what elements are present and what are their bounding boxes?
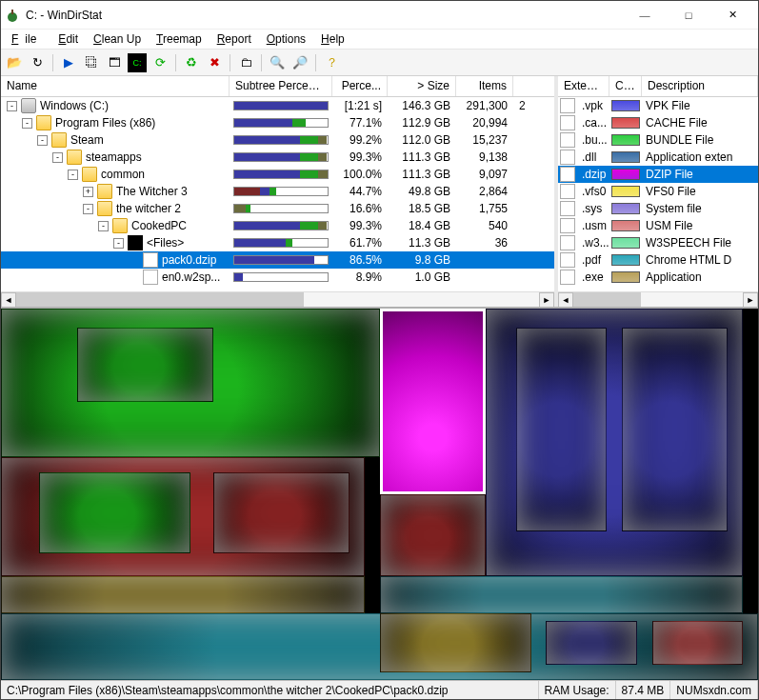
tree-row[interactable]: -<Files>61.7%11.3 GB36 bbox=[1, 234, 554, 251]
ext-body[interactable]: .vpkVPK File.ca...CACHE File.bu...BUNDLE… bbox=[558, 97, 758, 291]
extension-row[interactable]: .dzipDZIP File bbox=[558, 166, 758, 183]
treemap-block[interactable] bbox=[213, 472, 350, 554]
extension-row[interactable]: .dllApplication exten bbox=[558, 149, 758, 166]
scroll-right-icon[interactable]: ► bbox=[539, 292, 554, 308]
scroll-left-icon[interactable]: ◄ bbox=[1, 292, 16, 308]
tree-row[interactable]: pack0.dzip86.5%9.8 GB bbox=[1, 251, 554, 269]
scroll-right-icon[interactable]: ► bbox=[743, 292, 758, 308]
treemap-block[interactable] bbox=[516, 328, 607, 532]
col-header-items[interactable]: Items bbox=[456, 76, 513, 96]
tree-row[interactable]: en0.w2sp...8.9%1.0 GB bbox=[1, 269, 554, 286]
collapse-icon[interactable]: - bbox=[98, 221, 109, 231]
scroll-track[interactable] bbox=[573, 292, 743, 308]
treemap-block[interactable] bbox=[77, 328, 213, 402]
explorer-icon[interactable]: 🗔 bbox=[105, 53, 124, 72]
menu-treemap[interactable]: Treemap bbox=[150, 30, 209, 48]
close-button[interactable]: ✕ bbox=[710, 2, 754, 29]
tree-row[interactable]: -Steam99.2%112.0 GB15,237 bbox=[1, 131, 554, 149]
col-header-name[interactable]: Name bbox=[1, 76, 230, 96]
ext-cell: .w3... bbox=[558, 235, 609, 250]
tree-row[interactable]: +The Witcher 344.7%49.8 GB2,864 bbox=[1, 183, 554, 200]
treemap-block[interactable] bbox=[1, 576, 365, 613]
maximize-button[interactable]: □ bbox=[667, 2, 710, 29]
treemap-block[interactable] bbox=[546, 621, 636, 666]
treemap-block[interactable] bbox=[380, 576, 744, 613]
scroll-track[interactable] bbox=[16, 292, 539, 308]
svg-rect-1 bbox=[11, 10, 13, 14]
tree-row[interactable]: -the witcher 216.6%18.5 GB1,755 bbox=[1, 200, 554, 217]
minimize-button[interactable]: ― bbox=[623, 2, 667, 29]
tree-row[interactable]: -steamapps99.3%111.3 GB9,138 bbox=[1, 149, 554, 166]
tree-hscroll[interactable]: ◄ ► bbox=[1, 291, 554, 307]
collapse-icon[interactable]: - bbox=[83, 204, 93, 214]
new-folder-icon[interactable]: 🗀 bbox=[236, 53, 255, 72]
color-cell bbox=[609, 218, 642, 233]
copy-icon[interactable]: ⿻ bbox=[82, 53, 101, 72]
menu-cleanup[interactable]: Clean Up bbox=[87, 30, 148, 48]
extension-row[interactable]: .usmUSM File bbox=[558, 217, 758, 234]
extension-row[interactable]: .pdfChrome HTML D bbox=[558, 251, 758, 269]
collapse-icon[interactable]: - bbox=[68, 170, 78, 180]
extension-row[interactable]: .sysSystem file bbox=[558, 200, 758, 217]
expand-icon[interactable]: + bbox=[83, 187, 93, 197]
zoom-out-icon[interactable]: 🔎 bbox=[290, 53, 310, 72]
tree-body[interactable]: -Windows (C:)[1:21 s]146.3 GB291,3002-Pr… bbox=[1, 97, 554, 291]
menu-report[interactable]: Report bbox=[210, 30, 258, 48]
col-header-subtree[interactable]: Subtree Percent... bbox=[230, 76, 332, 96]
help-icon[interactable]: ？ bbox=[322, 53, 341, 72]
menu-file[interactable]: File bbox=[5, 30, 50, 48]
treemap-selected-block[interactable] bbox=[380, 309, 486, 494]
collapse-icon[interactable]: - bbox=[22, 118, 32, 129]
treemap-view[interactable] bbox=[1, 309, 758, 680]
extension-row[interactable]: .ca...CACHE File bbox=[558, 114, 758, 131]
percent-cell: 77.1% bbox=[332, 116, 388, 130]
extension-row[interactable]: .bu...BUNDLE File bbox=[558, 131, 758, 149]
col-header-ext[interactable]: Extensi... bbox=[558, 76, 609, 96]
tree-row[interactable]: -Program Files (x86)77.1%112.9 GB20,994 bbox=[1, 114, 554, 131]
black-icon bbox=[128, 235, 143, 250]
col-header-desc[interactable]: Description bbox=[642, 76, 758, 96]
collapse-icon[interactable]: - bbox=[52, 152, 63, 163]
tree-name-cell: -steamapps bbox=[1, 150, 230, 165]
tree-row[interactable]: -CookedPC99.3%18.4 GB540 bbox=[1, 217, 554, 234]
col-header-percent[interactable]: Perce... bbox=[332, 76, 388, 96]
scroll-thumb[interactable] bbox=[16, 292, 304, 308]
tree-row[interactable]: -Windows (C:)[1:21 s]146.3 GB291,3002 bbox=[1, 97, 554, 114]
extension-row[interactable]: .vpkVPK File bbox=[558, 97, 758, 114]
extension-row[interactable]: .vfs0VFS0 File bbox=[558, 183, 758, 200]
menu-options[interactable]: Options bbox=[260, 30, 312, 48]
menu-help[interactable]: Help bbox=[314, 30, 351, 48]
ext-hscroll[interactable]: ◄ ► bbox=[558, 291, 758, 307]
scroll-thumb[interactable] bbox=[573, 292, 641, 308]
color-swatch bbox=[611, 169, 640, 180]
doc-icon bbox=[143, 270, 158, 285]
file-icon bbox=[560, 252, 575, 268]
col-header-size[interactable]: > Size bbox=[388, 76, 456, 96]
treemap-block[interactable] bbox=[380, 494, 486, 576]
color-cell bbox=[609, 252, 642, 268]
treemap-block[interactable] bbox=[380, 613, 531, 672]
scroll-left-icon[interactable]: ◄ bbox=[558, 292, 573, 308]
zoom-in-icon[interactable]: 🔍 bbox=[268, 53, 287, 72]
collapse-icon[interactable]: - bbox=[37, 135, 48, 146]
treemap-block[interactable] bbox=[652, 621, 743, 666]
col-header-color[interactable]: Col... bbox=[609, 76, 642, 96]
reload-icon[interactable]: ⟳ bbox=[150, 53, 170, 72]
treemap-block[interactable] bbox=[39, 472, 190, 554]
play-icon[interactable]: ▶ bbox=[59, 53, 78, 72]
recycle-icon[interactable]: ♻ bbox=[182, 53, 201, 72]
menu-edit[interactable]: Edit bbox=[51, 30, 85, 48]
cmd-icon[interactable]: C: bbox=[128, 53, 147, 72]
open-icon[interactable]: 📂 bbox=[5, 53, 24, 72]
refresh-icon[interactable]: ↻ bbox=[28, 53, 47, 72]
delete-icon[interactable]: ✖ bbox=[205, 53, 224, 72]
subtree-bar-cell bbox=[230, 101, 332, 110]
ext-label: .vfs0 bbox=[582, 185, 606, 198]
collapse-icon[interactable]: - bbox=[113, 238, 124, 249]
extension-row[interactable]: .exeApplication bbox=[558, 269, 758, 286]
treemap-block[interactable] bbox=[622, 328, 728, 532]
extension-row[interactable]: .w3...W3SPEECH File bbox=[558, 234, 758, 251]
collapse-icon[interactable]: - bbox=[7, 101, 17, 111]
ext-cell: .pdf bbox=[558, 252, 609, 268]
tree-row[interactable]: -common100.0%111.3 GB9,097 bbox=[1, 166, 554, 183]
